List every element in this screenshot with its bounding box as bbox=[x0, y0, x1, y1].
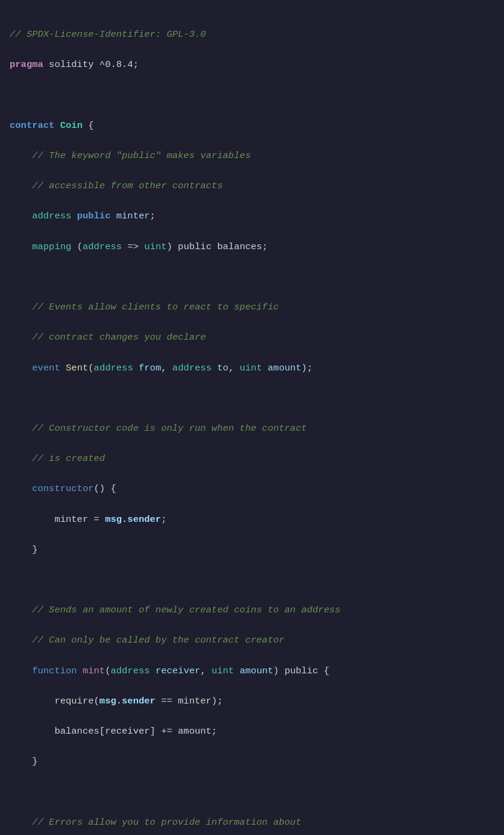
minter-var: minter bbox=[110, 211, 150, 221]
msg-sender-1: msg.sender bbox=[105, 514, 161, 525]
mapping-keyword: mapping bbox=[32, 241, 71, 252]
public-keyword: public bbox=[77, 211, 111, 221]
comment-mint-1: // Sends an amount of newly created coin… bbox=[32, 605, 341, 615]
contract-keyword: contract bbox=[10, 120, 54, 131]
comment-public-1: // The keyword "public" makes variables bbox=[32, 150, 251, 161]
event-keyword: event bbox=[32, 363, 60, 373]
amount-param: amount bbox=[268, 363, 301, 373]
address-type5: address bbox=[110, 665, 150, 676]
sent-event-name: Sent bbox=[66, 363, 88, 373]
comment-public-2: // accessible from other contracts bbox=[32, 180, 222, 191]
uint-type2: uint bbox=[240, 363, 262, 373]
pragma-rest: solidity ^0.8.4; bbox=[43, 59, 139, 70]
function-keyword-1: function bbox=[32, 665, 77, 676]
receiver-param-1: receiver bbox=[156, 665, 200, 676]
comment-events-2: // contract changes you declare bbox=[32, 332, 206, 343]
comment-errors-1: // Errors allow you to provide informati… bbox=[32, 817, 301, 828]
to-param: to bbox=[217, 363, 228, 373]
comment-constructor-1: // Constructor code is only run when the… bbox=[32, 423, 307, 434]
pragma-keyword: pragma bbox=[10, 59, 43, 70]
comment-mint-2: // Can only be called by the contract cr… bbox=[32, 635, 285, 646]
comment-events-1: // Events allow clients to react to spec… bbox=[32, 302, 279, 313]
address-type2: address bbox=[83, 241, 122, 252]
from-param: from bbox=[139, 363, 161, 373]
mint-function-name: mint bbox=[83, 665, 105, 676]
msg-sender-2: msg.sender bbox=[99, 696, 156, 706]
license-comment: // SPDX-License-Identifier: GPL-3.0 bbox=[10, 29, 206, 40]
address-type3: address bbox=[94, 363, 133, 373]
code-editor: // SPDX-License-Identifier: GPL-3.0 prag… bbox=[10, 12, 494, 835]
uint-type: uint bbox=[144, 241, 166, 252]
constructor-keyword: constructor bbox=[32, 483, 93, 494]
address-type: address bbox=[32, 211, 71, 221]
uint-type3: uint bbox=[212, 665, 234, 676]
contract-name: Coin bbox=[60, 120, 83, 131]
comment-constructor-2: // is created bbox=[32, 453, 105, 464]
amount-param-2: amount bbox=[239, 665, 273, 676]
address-type4: address bbox=[172, 363, 212, 373]
